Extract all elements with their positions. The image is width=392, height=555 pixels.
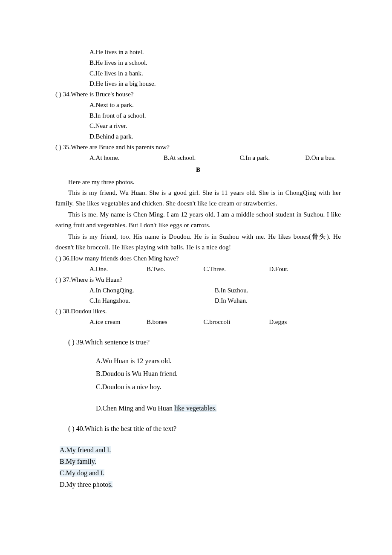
q39-stem: ( ) 39.Which sentence is true?	[68, 337, 341, 348]
q34-stem: ( ) 34.Where is Bruce's house?	[55, 89, 341, 100]
q34-opt-a: A.Next to a park.	[55, 100, 341, 110]
q38-options: A.ice cream B.bones C.broccoli D.eggs	[55, 317, 341, 327]
q37-row2: C.In Hangzhou. D.In Wuhan.	[55, 295, 341, 306]
q37-opt-a: A.In ChongQing.	[89, 285, 213, 296]
q40-opt-a: A.My friend and I.	[60, 444, 341, 456]
q40-opt-d: D.My three photos.	[60, 479, 341, 490]
q36-block: ( ) 36.How many friends does Chen Ming h…	[55, 253, 341, 275]
q39-opt-a: A.Wu Huan is 12 years old.	[96, 355, 341, 367]
q33-opt-d: D.He lives in a big house.	[55, 78, 341, 89]
q38-opt-d: D.eggs	[269, 317, 287, 327]
q35-opt-a: A.At home.	[89, 153, 162, 163]
q38-opt-c: C.broccoli	[204, 317, 268, 327]
q37-opt-d: D.In Wuhan.	[215, 295, 248, 306]
q35-options: A.At home. B.At school. C.In a park. D.O…	[55, 153, 341, 163]
q37-row1: A.In ChongQing. B.In Suzhou.	[55, 285, 341, 296]
q39-options: A.Wu Huan is 12 years old. B.Doudou is W…	[96, 355, 341, 393]
q38-opt-a: A.ice cream	[89, 317, 145, 327]
q35-opt-d: D.On a bus.	[305, 153, 336, 163]
q36-opt-c: C.Three.	[204, 264, 268, 275]
q33-options: A.He lives in a hotel. B.He lives in a s…	[55, 47, 341, 89]
q34-opt-b: B.In front of a school.	[55, 110, 341, 121]
q35-opt-c: C.In a park.	[240, 153, 304, 163]
section-b-heading: B	[55, 165, 341, 175]
q39-opt-c: C.Doudou is a nice boy.	[96, 381, 341, 393]
q33-opt-a: A.He lives in a hotel.	[55, 47, 341, 58]
q37-opt-c: C.In Hangzhou.	[89, 295, 213, 306]
q36-stem: ( ) 36.How many friends does Chen Ming h…	[55, 253, 341, 264]
q36-opt-b: B.Two.	[147, 264, 202, 275]
q37-block: ( ) 37.Where is Wu Huan? A.In ChongQing.…	[55, 275, 341, 306]
q35-block: ( ) 35.Where are Bruce and his parents n…	[55, 142, 341, 163]
passage-p3: This is me. My name is Chen Ming. I am 1…	[55, 209, 341, 231]
passage-p2: This is my friend, Wu Huan. She is a goo…	[55, 188, 341, 209]
q36-options: A.One. B.Two. C.Three. D.Four.	[55, 264, 341, 275]
q34-opt-c: C.Near a river.	[55, 121, 341, 131]
q37-stem: ( ) 37.Where is Wu Huan?	[55, 275, 341, 285]
q35-opt-b: B.At school.	[164, 153, 238, 163]
q33-opt-b: B.He lives in a school.	[55, 58, 341, 68]
passage-p4: This is my friend, too. His name is Doud…	[55, 231, 341, 253]
q39-opt-d: D.Chen Ming and Wu Huan like vegetables.	[96, 403, 341, 414]
q40-options: A.My friend and I. B.My family. C.My dog…	[60, 444, 341, 491]
q36-opt-a: A.One.	[89, 264, 145, 275]
q40-opt-c: C.My dog and I.	[60, 467, 341, 479]
q37-opt-b: B.In Suzhou.	[215, 285, 248, 296]
q38-opt-b: B.bones	[147, 317, 202, 327]
q35-stem: ( ) 35.Where are Bruce and his parents n…	[55, 142, 341, 153]
q34-opt-d: D.Behind a park.	[55, 131, 341, 142]
passage-p1: Here are my three photos.	[55, 177, 341, 188]
q40-opt-b: B.My family.	[60, 456, 341, 467]
passage-b: Here are my three photos. This is my fri…	[55, 177, 341, 252]
times-section: ( ) 39.Which sentence is true? A.Wu Huan…	[55, 337, 341, 491]
highlight-text: like vegetables.	[174, 405, 217, 412]
q38-stem: ( ) 38.Doudou likes.	[55, 306, 341, 317]
q38-block: ( ) 38.Doudou likes. A.ice cream B.bones…	[55, 306, 341, 327]
q36-opt-d: D.Four.	[269, 264, 288, 275]
q33-opt-c: C.He lives in a bank.	[55, 68, 341, 79]
q34-block: ( ) 34.Where is Bruce's house? A.Next to…	[55, 89, 341, 142]
q39-opt-b: B.Doudou is Wu Huan friend.	[96, 367, 341, 380]
q40-stem: ( ) 40.Which is the best title of the te…	[68, 423, 341, 434]
